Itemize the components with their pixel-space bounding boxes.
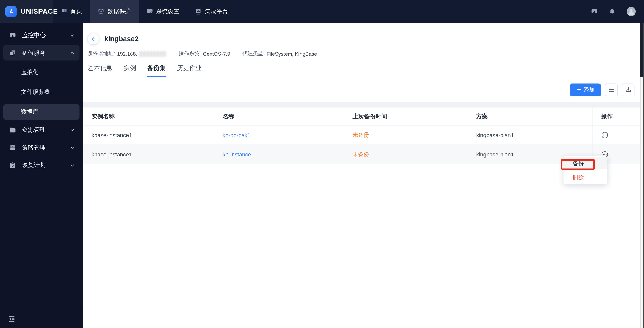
chevron-down-icon	[70, 127, 75, 132]
menu-item-backup[interactable]: 备份	[564, 157, 607, 169]
menu-item-delete[interactable]: 删除	[564, 172, 607, 184]
chevron-down-icon	[70, 33, 75, 37]
folder-icon	[9, 126, 16, 133]
copy-stack-icon	[9, 49, 16, 56]
sidebar-menu: 监控中心 备份服务 虚拟化 文件服务器 数据库	[0, 23, 83, 173]
table-row: kbase-instance1 kb-instance 未备份 kingbase…	[83, 145, 640, 164]
col-header-actions: 操作	[593, 108, 640, 125]
top-nav: 首页 数据保护 系统设置 集成平台	[53, 0, 236, 23]
redacted-ip-blur	[138, 51, 166, 57]
main-content: kingbase2 服务器地址: 192.168. 操作系统: CentOS-7…	[83, 23, 640, 328]
nav-label: 集成平台	[205, 8, 228, 15]
clipboard-check-icon	[9, 162, 16, 169]
bell-icon[interactable]	[609, 8, 616, 15]
chevron-down-icon	[70, 163, 75, 167]
nav-item-integration-platform[interactable]: 集成平台	[187, 0, 236, 23]
export-download-button[interactable]	[622, 83, 635, 96]
sidebar-item-monitoring-center[interactable]: 监控中心	[3, 27, 80, 43]
brand-logo[interactable]: UNISPACE	[0, 0, 53, 23]
chevron-down-icon	[70, 145, 75, 150]
cell-plan: kingbase-plan1	[476, 132, 593, 138]
storage-drive-icon	[9, 144, 16, 151]
download-icon	[625, 86, 631, 93]
sidebar-item-label: 资源管理	[22, 126, 46, 134]
sidebar-subitem-label: 文件服务器	[21, 89, 50, 96]
sidebar-item-backup-service[interactable]: 备份服务	[3, 45, 80, 61]
tab-instance[interactable]: 实例	[124, 64, 136, 77]
server-address: 服务器地址: 192.168.	[88, 50, 167, 57]
brand-name: UNISPACE	[21, 7, 58, 15]
screen-share-icon[interactable]	[591, 8, 598, 15]
backup-set-link[interactable]: kb-instance	[223, 151, 251, 158]
sidebar-subitem-label: 数据库	[21, 108, 38, 116]
sidebar-item-label: 备份服务	[22, 49, 46, 57]
detail-tabs: 基本信息 实例 备份集 历史作业	[88, 64, 640, 77]
backup-set-link[interactable]: kb-db-bak1	[223, 132, 250, 138]
table-header-row: 实例名称 名称 上次备份时间 方案 操作	[83, 108, 640, 126]
add-button[interactable]: 添加	[570, 83, 601, 96]
server-address-value: 192.168.	[117, 51, 137, 57]
back-button[interactable]	[88, 33, 99, 45]
sidebar-subitem-file-server[interactable]: 文件服务器	[0, 82, 83, 102]
server-meta: 服务器地址: 192.168. 操作系统: CentOS-7.9 代理类型: F…	[88, 50, 640, 57]
topbar-right	[591, 0, 644, 23]
sidebar-subitem-virtualization[interactable]: 虚拟化	[0, 63, 83, 82]
last-backup-status: 未备份	[353, 132, 369, 138]
add-button-label: 添加	[584, 86, 595, 94]
sidebar-footer	[0, 309, 83, 328]
row-more-actions-button[interactable]	[601, 131, 609, 139]
sidebar-item-label: 恢复计划	[22, 161, 46, 169]
bar-chart-icon	[195, 8, 202, 15]
list-icon	[608, 86, 615, 93]
user-avatar[interactable]	[627, 7, 636, 16]
sidebar-item-resource-management[interactable]: 资源管理	[3, 122, 80, 138]
tab-history-jobs[interactable]: 历史作业	[177, 64, 202, 77]
unispace-logo-icon	[5, 5, 17, 17]
col-header-last-backup-time: 上次备份时间	[353, 113, 476, 120]
monitor-cast-icon	[9, 32, 16, 39]
sidebar-collapse-icon[interactable]	[8, 315, 16, 323]
sidebar-subitem-database[interactable]: 数据库	[3, 104, 80, 120]
col-header-name: 名称	[223, 113, 353, 120]
page-header: kingbase2 服务器地址: 192.168. 操作系统: CentOS-7…	[83, 23, 640, 78]
cell-instance-name: kbase-instance1	[92, 132, 223, 138]
col-header-instance-name: 实例名称	[92, 113, 223, 120]
agent-type-value: FileSystem, KingBase	[267, 51, 317, 57]
nav-label: 首页	[71, 8, 82, 15]
backup-set-table: 实例名称 名称 上次备份时间 方案 操作 kbase-instance1 kb-…	[83, 108, 640, 164]
last-backup-status: 未备份	[353, 151, 369, 158]
chevron-up-icon	[70, 51, 75, 55]
nav-label: 系统设置	[156, 8, 179, 15]
sidebar-item-policy-management[interactable]: 策略管理	[3, 140, 80, 155]
vertical-scrollbar[interactable]	[640, 23, 644, 328]
os-value: CentOS-7.9	[203, 51, 230, 57]
cell-instance-name: kbase-instance1	[92, 151, 223, 158]
sidebar-item-recovery-plan[interactable]: 恢复计划	[3, 157, 80, 173]
nav-item-home[interactable]: 首页	[53, 0, 90, 23]
operating-system: 操作系统: CentOS-7.9	[179, 50, 230, 57]
app-window: UNISPACE 首页 数据保护 系统设置	[0, 0, 644, 328]
shield-check-icon	[98, 8, 104, 15]
table-row: kbase-instance1 kb-db-bak1 未备份 kingbase-…	[83, 126, 640, 145]
sidebar: 监控中心 备份服务 虚拟化 文件服务器 数据库	[0, 23, 83, 328]
page-title: kingbase2	[104, 35, 139, 43]
col-header-plan: 方案	[476, 113, 593, 120]
agent-type: 代理类型: FileSystem, KingBase	[242, 50, 317, 57]
tab-basic-info[interactable]: 基本信息	[88, 64, 113, 77]
sidebar-subitem-label: 虚拟化	[21, 69, 38, 76]
table-toolbar: 添加	[83, 77, 640, 102]
topbar: UNISPACE 首页 数据保护 系统设置	[0, 0, 644, 23]
nav-item-data-protection[interactable]: 数据保护	[90, 0, 139, 23]
list-view-button[interactable]	[605, 83, 618, 96]
monitor-gear-icon	[147, 8, 153, 15]
section-divider-band	[83, 102, 640, 108]
nav-item-system-settings[interactable]: 系统设置	[139, 0, 187, 23]
row-actions-dropdown: 备份 删除	[564, 156, 607, 185]
plus-icon	[576, 87, 581, 92]
nav-label: 数据保护	[108, 8, 131, 15]
scrollbar-edge-line	[643, 23, 644, 328]
tab-backup-set[interactable]: 备份集	[147, 64, 166, 77]
sidebar-item-label: 策略管理	[22, 144, 46, 152]
sidebar-item-label: 监控中心	[22, 31, 46, 39]
dashboard-icon	[61, 8, 67, 15]
